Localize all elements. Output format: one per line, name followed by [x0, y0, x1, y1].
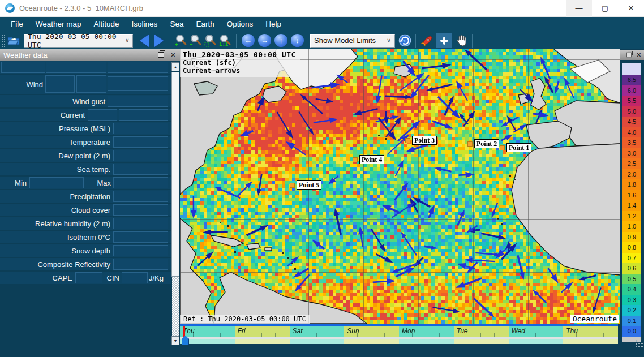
- timeline-slider-seg[interactable]: [454, 339, 509, 344]
- menu-help[interactable]: Help: [259, 17, 287, 32]
- scroll-up-button[interactable]: ▲: [171, 62, 179, 71]
- scroll-down-button[interactable]: ▼: [171, 336, 179, 345]
- chevron-down-icon: ∨: [122, 37, 129, 44]
- menu-isolines[interactable]: Isolines: [126, 17, 164, 32]
- snow-depth-field[interactable]: [113, 245, 168, 256]
- timeline-day-bands[interactable]: ThuFriSatSunMonTueWedThu: [180, 326, 618, 337]
- timeline-day-tue[interactable]: Tue: [454, 326, 509, 337]
- pan-north-button[interactable]: ↑: [274, 34, 287, 47]
- scrollbar-track[interactable]: [172, 277, 179, 336]
- open-file-button[interactable]: [7, 33, 22, 48]
- menu-file[interactable]: File: [5, 17, 29, 32]
- toolbar-drag-handle[interactable]: [1, 34, 5, 48]
- zoom-reset-button[interactable]: 1:1: [218, 34, 232, 48]
- zoom-out-button[interactable]: −: [189, 34, 203, 48]
- timeline-slider-seg[interactable]: [290, 339, 345, 344]
- scale-panel-header[interactable]: ×: [620, 50, 644, 60]
- close-panel-icon[interactable]: ×: [171, 51, 175, 59]
- point-label[interactable]: Point 1: [506, 143, 531, 152]
- timeline-day-wed[interactable]: Wed: [509, 326, 564, 337]
- app-icon: [5, 3, 15, 13]
- timeline-slider-seg[interactable]: [509, 339, 564, 344]
- isotherm-field[interactable]: [113, 231, 168, 243]
- timeline-day-sun[interactable]: Sun: [344, 326, 399, 337]
- point-label[interactable]: Point 5: [297, 180, 321, 190]
- previous-time-button[interactable]: [140, 35, 149, 47]
- timeline-day-fri[interactable]: Fri: [235, 326, 290, 337]
- pan-south-button[interactable]: ↓: [291, 34, 304, 47]
- cape-field[interactable]: [75, 272, 102, 283]
- minimize-button[interactable]: —: [566, 0, 592, 17]
- close-panel-icon[interactable]: ×: [637, 51, 641, 59]
- position-field-3[interactable]: [108, 62, 168, 73]
- point-marker[interactable]: [353, 157, 358, 162]
- temperature-label: Temperature: [0, 136, 110, 148]
- menu-sea[interactable]: Sea: [164, 17, 190, 32]
- magnifier-box-icon: [204, 34, 217, 48]
- wind-field-2[interactable]: [76, 75, 106, 93]
- point-label[interactable]: Point 4: [359, 155, 384, 164]
- point-marker[interactable]: [290, 183, 295, 188]
- composite-reflectivity-field[interactable]: [113, 259, 168, 270]
- float-panel-icon[interactable]: [158, 52, 164, 58]
- zoom-selection-button[interactable]: [204, 34, 217, 48]
- pan-east-button[interactable]: →: [258, 34, 271, 47]
- cape-cin-row: CAPE CIN J/Kg: [0, 272, 171, 284]
- position-field-2[interactable]: [46, 62, 106, 73]
- close-button[interactable]: ✕: [618, 0, 644, 17]
- point-marker[interactable]: [500, 145, 505, 150]
- point-label[interactable]: Point 2: [474, 139, 499, 148]
- timeline-slider-seg[interactable]: [344, 339, 399, 344]
- timeline-day-thu[interactable]: Thu: [563, 326, 618, 337]
- scale-cell-6.5: 6.5: [622, 75, 641, 85]
- sea-temp-field[interactable]: [113, 164, 168, 175]
- wind-field-3[interactable]: [108, 76, 168, 91]
- timeline-day-sat[interactable]: Sat: [290, 326, 345, 337]
- menu-options[interactable]: Options: [221, 17, 260, 32]
- menu-altitude[interactable]: Altitude: [88, 17, 126, 32]
- wind-gust-label: Wind gust: [0, 95, 105, 107]
- current-field-2[interactable]: [119, 109, 168, 121]
- temperature-field[interactable]: [113, 136, 168, 148]
- datetime-combobox[interactable]: Thu 2020-03-05 00:00 UTC ∨: [24, 34, 133, 48]
- pan-west-button[interactable]: ←: [242, 34, 255, 47]
- scrollbar-thumb[interactable]: [171, 72, 179, 277]
- dew-point-field[interactable]: [113, 150, 168, 161]
- next-time-button[interactable]: [154, 35, 164, 47]
- precipitation-field[interactable]: [113, 191, 168, 202]
- model-limits-combobox[interactable]: Show Model Limits ∨: [310, 34, 395, 48]
- timeline-day-mon[interactable]: Mon: [399, 326, 454, 337]
- timeline-slider-seg[interactable]: [563, 339, 618, 344]
- point-marker[interactable]: [405, 138, 410, 143]
- reset-time-button[interactable]: 1: [397, 33, 412, 48]
- select-point-button[interactable]: [436, 33, 452, 48]
- weather-map-canvas[interactable]: [180, 49, 620, 324]
- route-button[interactable]: [419, 33, 434, 48]
- maximize-button[interactable]: ▢: [592, 0, 618, 17]
- pressure-field[interactable]: [113, 123, 168, 134]
- zoom-in-button[interactable]: +: [174, 34, 188, 48]
- pan-hand-button[interactable]: [454, 33, 469, 48]
- point-marker[interactable]: [467, 141, 473, 147]
- timeline-slider-seg[interactable]: [235, 339, 290, 344]
- resize-grip[interactable]: [635, 339, 643, 347]
- timeline-slider-seg[interactable]: [399, 339, 454, 344]
- current-field-1[interactable]: [88, 109, 117, 121]
- point-label[interactable]: Point 3: [412, 136, 437, 145]
- hand-icon: [455, 34, 467, 48]
- humidity-field[interactable]: [113, 218, 168, 229]
- float-panel-icon[interactable]: [626, 53, 632, 58]
- menu-weather-map[interactable]: Weather map: [29, 17, 88, 32]
- wind-gust-field[interactable]: [108, 96, 168, 107]
- timeline-day-thu[interactable]: Thu: [180, 326, 235, 337]
- cloud-cover-field[interactable]: [113, 204, 168, 216]
- max-field[interactable]: [113, 177, 168, 188]
- timeline-slider-track[interactable]: [180, 339, 618, 344]
- cin-field[interactable]: [122, 272, 148, 283]
- weather-data-panel-header[interactable]: Weather data ×: [0, 49, 180, 61]
- wind-field-1[interactable]: [45, 75, 75, 93]
- menu-earth[interactable]: Earth: [190, 17, 220, 32]
- position-field-1[interactable]: [1, 62, 45, 73]
- map-layer-label: Current (sfc): [183, 59, 296, 67]
- humidity-row: Relative humidity (2 m): [0, 217, 171, 230]
